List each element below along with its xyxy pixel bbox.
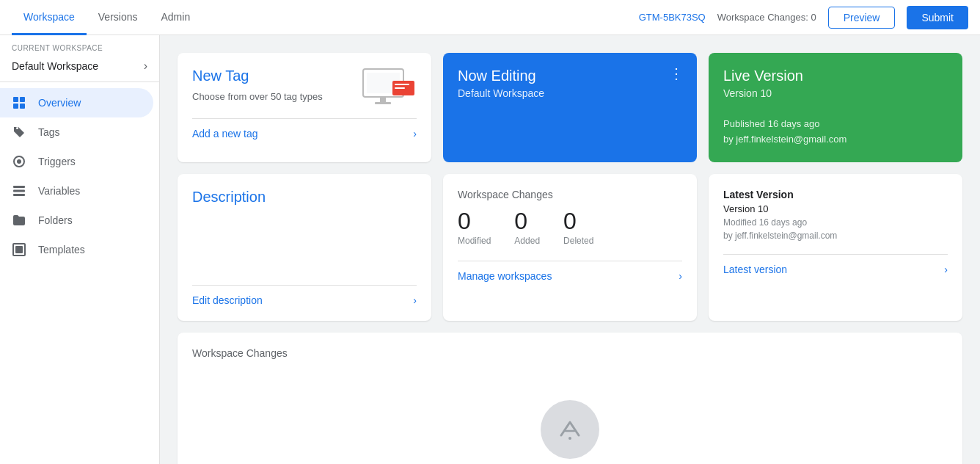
sidebar-item-tags[interactable]: Tags <box>0 117 153 147</box>
sidebar-item-label-folders: Folders <box>38 214 73 226</box>
current-workspace-label: CURRENT WORKSPACE <box>12 44 147 52</box>
submit-button[interactable]: Submit <box>907 6 968 29</box>
modified-label: Modified <box>458 236 491 246</box>
sidebar-item-label-variables: Variables <box>38 185 80 197</box>
svg-rect-16 <box>380 97 386 103</box>
preview-button[interactable]: Preview <box>828 7 896 29</box>
live-version-number: Version 10 <box>723 87 948 99</box>
description-title: Description <box>192 189 417 206</box>
sidebar-item-label-templates: Templates <box>38 244 85 255</box>
svg-rect-15 <box>395 87 405 89</box>
edit-description-link[interactable]: Edit description › <box>192 285 417 306</box>
now-editing-menu-button[interactable]: ⋮ <box>669 65 685 82</box>
gtm-id[interactable]: GTM-5BK73SQ <box>639 12 706 23</box>
nav-tabs: Workspace Versions Admin <box>12 0 202 35</box>
deleted-label: Deleted <box>563 236 593 246</box>
live-version-published: Published 16 days ago by jeff.finkelstei… <box>723 117 948 148</box>
sidebar-item-folders[interactable]: Folders <box>0 206 153 235</box>
tab-admin[interactable]: Admin <box>149 1 202 35</box>
description-card: Description Edit description › <box>178 174 431 321</box>
modified-count-item: 0 Modified <box>458 209 491 246</box>
new-tag-card: New Tag Choose from over 50 tag types <box>178 53 431 162</box>
svg-rect-14 <box>395 84 409 85</box>
variables-icon <box>12 184 26 198</box>
svg-rect-0 <box>13 97 18 102</box>
sidebar-nav: Overview Tags Triggers <box>0 82 159 464</box>
modified-count: 0 <box>458 209 471 233</box>
svg-rect-8 <box>13 194 25 196</box>
svg-rect-1 <box>20 97 25 102</box>
sidebar-item-label-overview: Overview <box>38 97 81 109</box>
add-new-tag-link[interactable]: Add a new tag › <box>192 118 417 139</box>
sidebar-item-templates[interactable]: Templates <box>0 235 153 264</box>
templates-icon <box>12 242 26 257</box>
added-label: Added <box>514 236 540 246</box>
svg-point-18 <box>568 437 571 440</box>
top-navigation: Workspace Versions Admin GTM-5BK73SQ Wor… <box>0 0 980 35</box>
workspace-changes-bottom-card: Workspace Changes This workspace has no … <box>178 333 962 464</box>
workspace-changes-counts: 0 Modified 0 Added 0 Deleted <box>458 209 682 246</box>
empty-state: This workspace has no changes. <box>192 383 948 464</box>
latest-version-meta: Modified 16 days ago by jeff.finkelstein… <box>723 216 948 242</box>
now-editing-title: Now Editing <box>458 68 682 84</box>
workspace-changes-card: Workspace Changes 0 Modified 0 Added 0 D… <box>443 174 697 321</box>
top-cards-grid: New Tag Choose from over 50 tag types <box>178 53 962 162</box>
latest-version-number: Version 10 <box>723 203 948 214</box>
sidebar-item-label-tags: Tags <box>38 126 60 138</box>
now-editing-card: Now Editing Default Workspace ⋮ <box>443 53 697 162</box>
sidebar-item-overview[interactable]: Overview <box>0 88 153 117</box>
top-nav-right: GTM-5BK73SQ Workspace Changes: 0 Preview… <box>639 6 968 29</box>
latest-version-title: Latest Version <box>723 189 948 200</box>
workspace-changes-bottom-title: Workspace Changes <box>192 347 948 359</box>
svg-rect-3 <box>20 104 25 109</box>
deleted-count: 0 <box>563 209 577 233</box>
latest-version-card: Latest Version Version 10 Modified 16 da… <box>709 174 962 321</box>
tags-icon <box>12 125 26 139</box>
latest-version-link[interactable]: Latest version › <box>723 254 948 275</box>
workspace-changes-count: Workspace Changes: 0 <box>717 12 816 23</box>
workspace-name: Default Workspace <box>12 60 98 72</box>
tab-versions[interactable]: Versions <box>87 1 150 35</box>
added-count: 0 <box>514 209 527 233</box>
bottom-cards-grid: Description Edit description › Workspace… <box>178 174 962 321</box>
overview-icon <box>12 95 26 110</box>
live-version-card: Live Version Version 10 Published 16 day… <box>709 53 962 162</box>
svg-rect-6 <box>13 186 25 188</box>
svg-rect-7 <box>13 190 25 192</box>
svg-rect-10 <box>15 246 23 253</box>
main-content: New Tag Choose from over 50 tag types <box>160 35 980 464</box>
folders-icon <box>12 213 26 228</box>
new-tag-icon <box>362 68 417 112</box>
live-version-title: Live Version <box>723 68 948 84</box>
sidebar-item-triggers[interactable]: Triggers <box>0 147 153 176</box>
workspace-selector[interactable]: Default Workspace › <box>12 57 147 76</box>
added-count-item: 0 Added <box>514 209 540 246</box>
workspace-chevron-icon: › <box>144 59 147 73</box>
svg-rect-17 <box>375 102 391 104</box>
sidebar-item-label-triggers: Triggers <box>38 156 76 167</box>
sidebar-workspace-section: CURRENT WORKSPACE Default Workspace › <box>0 35 159 82</box>
svg-rect-2 <box>13 104 18 109</box>
tab-workspace[interactable]: Workspace <box>12 1 87 35</box>
sidebar: CURRENT WORKSPACE Default Workspace › Ov… <box>0 35 160 464</box>
app-body: CURRENT WORKSPACE Default Workspace › Ov… <box>0 35 980 464</box>
sidebar-item-variables[interactable]: Variables <box>0 176 153 206</box>
workspace-changes-title: Workspace Changes <box>458 189 682 200</box>
deleted-count-item: 0 Deleted <box>563 209 593 246</box>
manage-workspaces-link[interactable]: Manage workspaces › <box>458 261 682 282</box>
empty-state-icon <box>541 400 599 459</box>
now-editing-workspace: Default Workspace <box>458 87 682 99</box>
triggers-icon <box>12 154 26 169</box>
svg-point-5 <box>17 159 21 164</box>
